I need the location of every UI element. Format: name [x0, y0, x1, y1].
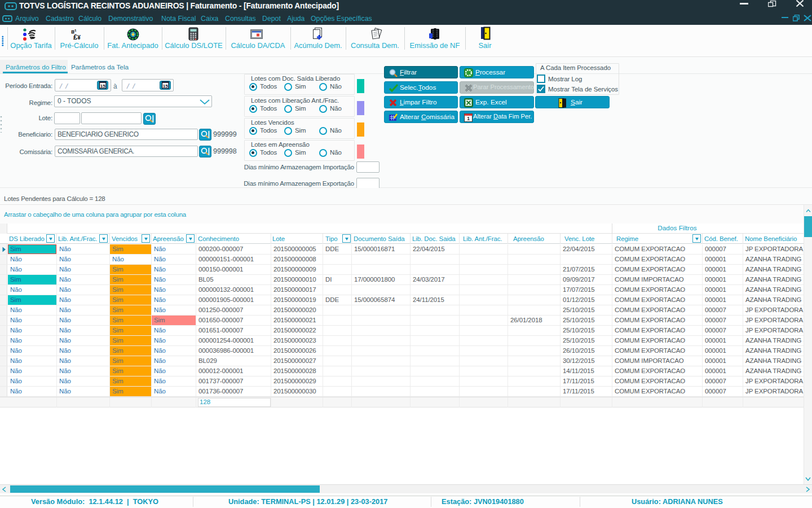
- svg-text:15: 15: [163, 83, 168, 88]
- svg-text:15: 15: [100, 83, 105, 88]
- svg-text:1: 1: [467, 116, 470, 121]
